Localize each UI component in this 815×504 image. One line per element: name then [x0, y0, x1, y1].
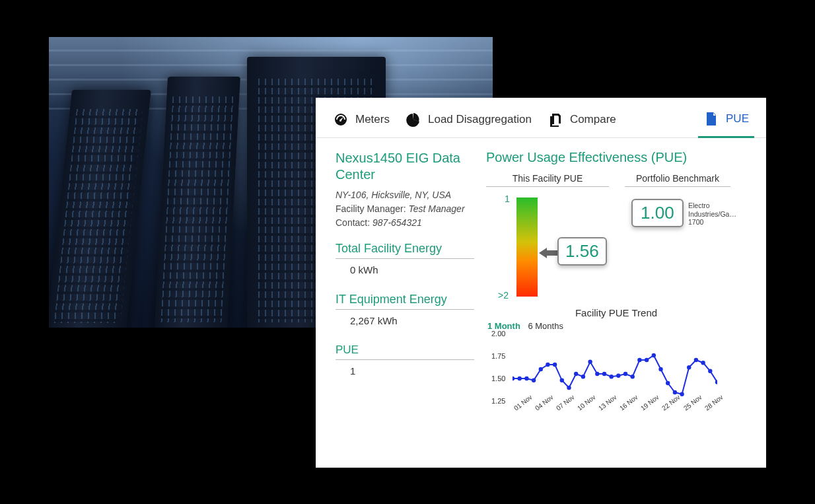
benchmark-block: 1.00 Electro Industries/Ga… 1700 — [625, 192, 746, 305]
gauge-icon — [333, 112, 349, 127]
svg-point-27 — [701, 361, 705, 365]
it-energy-value: 2,267 kWh — [336, 310, 474, 337]
pue-dashboard-card: Meters Load Disaggregation Compare PUE N… — [316, 98, 766, 468]
tab-meters-label: Meters — [355, 113, 390, 126]
svg-point-3 — [532, 378, 536, 382]
tab-bar: Meters Load Disaggregation Compare PUE — [316, 98, 766, 138]
svg-point-17 — [631, 375, 635, 378]
ytick-1.75: 1.75 — [491, 352, 505, 360]
svg-point-16 — [623, 372, 627, 376]
trend-plot-svg — [513, 332, 717, 402]
trend-title: Facility PUE Trend — [486, 307, 746, 318]
tab-compare-label: Compare — [570, 113, 616, 126]
gauge-bar — [516, 198, 538, 297]
total-energy-label: Total Facility Energy — [336, 242, 474, 259]
ytick-1.50: 1.50 — [491, 375, 505, 382]
tab-pue-label: PUE — [726, 112, 749, 126]
svg-point-12 — [595, 372, 599, 376]
total-energy-value: 0 kWh — [336, 259, 474, 286]
contact-value: 987-654321 — [372, 217, 422, 228]
manager-label: Facility Manager: — [336, 203, 406, 214]
svg-point-1 — [518, 377, 522, 380]
tab-load-label: Load Disaggregation — [428, 113, 532, 126]
svg-point-13 — [602, 372, 606, 376]
svg-point-26 — [694, 358, 698, 362]
benchmark-label: Portfolio Benchmark — [625, 173, 730, 187]
facility-meta: NY-106, Hicksville, NY, USA Facility Man… — [336, 188, 474, 230]
it-energy-label: IT Equipment Energy — [336, 293, 474, 310]
tab-load-disaggregation[interactable]: Load Disaggregation — [400, 104, 537, 137]
this-facility-label: This Facility PUE — [486, 173, 609, 187]
chart-file-icon — [703, 111, 719, 127]
pue-column: Power Usage Effectiveness (PUE) This Fac… — [486, 150, 746, 463]
pue-metric-value: 1 — [336, 360, 474, 387]
ytick-1.25: 1.25 — [491, 397, 505, 405]
svg-point-2 — [524, 377, 528, 380]
pue-value-callout: 1.56 — [557, 237, 607, 266]
svg-point-24 — [680, 392, 684, 396]
facility-address: NY-106, Hicksville, NY, USA — [336, 188, 474, 202]
dashboard-body: Nexus1450 EIG Data Center NY-106, Hicksv… — [316, 138, 766, 470]
svg-point-18 — [637, 358, 641, 362]
svg-point-8 — [567, 386, 571, 390]
svg-point-9 — [574, 372, 578, 376]
svg-point-15 — [616, 374, 620, 378]
svg-point-11 — [588, 360, 592, 364]
manager-value: Test Manager — [408, 203, 464, 214]
trend-xticks: 01 Nov04 Nov07 Nov10 Nov13 Nov16 Nov19 N… — [513, 402, 717, 418]
trend-tab-6m[interactable]: 6 Months — [528, 321, 563, 331]
svg-point-5 — [546, 363, 549, 367]
gauge-bottom-label: >2 — [498, 290, 509, 301]
benchmark-org-name: Electro Industries/Ga… — [688, 201, 748, 218]
pie-icon — [406, 112, 421, 127]
copy-icon — [548, 112, 563, 127]
benchmark-org: Electro Industries/Ga… 1700 — [688, 201, 748, 227]
trend-range-tabs: 1 Month 6 Months — [487, 321, 746, 331]
svg-point-20 — [652, 353, 656, 357]
facility-column: Nexus1450 EIG Data Center NY-106, Hicksv… — [336, 150, 474, 463]
svg-point-10 — [581, 375, 585, 378]
gauge-top-label: 1 — [505, 194, 510, 204]
facility-name: Nexus1450 EIG Data Center — [336, 150, 474, 183]
tab-meters[interactable]: Meters — [328, 104, 395, 137]
svg-point-0 — [513, 377, 514, 380]
ytick-2.00: 2.00 — [491, 330, 505, 338]
svg-point-29 — [715, 380, 717, 384]
trend-chart: 2.00 1.75 1.50 1.25 01 Nov04 Nov07 Nov10… — [487, 332, 725, 418]
svg-point-7 — [560, 378, 564, 382]
arrow-left-icon — [539, 248, 557, 258]
svg-point-19 — [645, 358, 649, 362]
svg-point-28 — [708, 369, 712, 373]
pue-metric-label: PUE — [336, 343, 474, 360]
svg-point-4 — [539, 367, 543, 371]
tab-pue[interactable]: PUE — [698, 104, 754, 138]
svg-point-21 — [658, 367, 662, 371]
svg-point-22 — [666, 381, 670, 385]
benchmark-org-code: 1700 — [688, 218, 748, 227]
tab-compare[interactable]: Compare — [542, 104, 621, 137]
pue-section-title: Power Usage Effectiveness (PUE) — [486, 150, 746, 165]
benchmark-value: 1.00 — [631, 199, 684, 227]
pue-gauge: 1 >2 1.56 — [486, 192, 609, 305]
contact-label: Contact: — [336, 217, 370, 228]
svg-point-14 — [610, 375, 614, 378]
svg-point-6 — [553, 363, 557, 367]
svg-point-25 — [687, 365, 691, 369]
